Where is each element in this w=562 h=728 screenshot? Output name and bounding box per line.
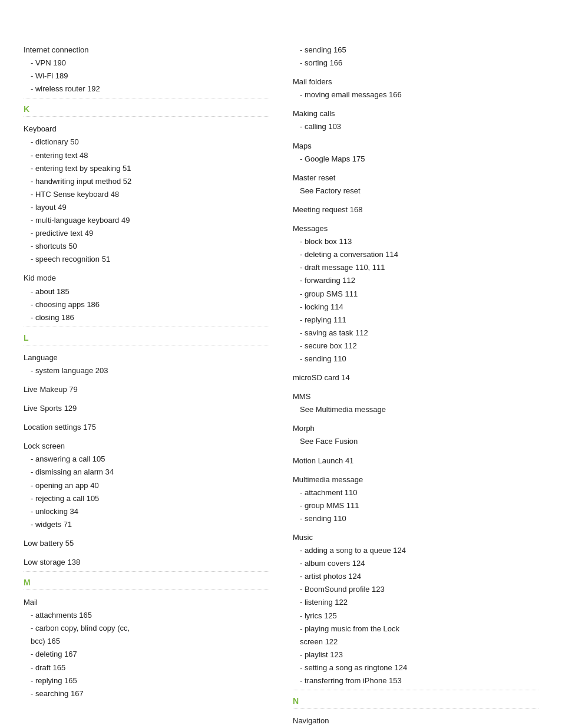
entry-sub-item: - sorting 166 — [293, 57, 538, 70]
index-entry: Language- system language 203 — [24, 351, 269, 377]
entry-sub-item: - Google Maps 175 — [293, 153, 538, 166]
section-divider — [24, 98, 269, 98]
entry-term: Low storage 138 — [24, 556, 269, 569]
entry-term: Motion Launch 41 — [293, 454, 538, 467]
index-entry: Making calls- calling 103 — [293, 107, 538, 133]
entry-term: Live Sports 129 — [24, 402, 269, 415]
entry-sub-item: See Factory reset — [293, 185, 538, 197]
index-entry: Motion Launch 41 — [293, 454, 538, 467]
two-column-layout: Internet connection- VPN 190- Wi-Fi 189-… — [24, 38, 538, 728]
index-entry: Mail- attachments 165- carbon copy, blin… — [24, 596, 269, 700]
section-divider-below — [24, 345, 269, 345]
entry-sub-item: - attachments 165 — [24, 609, 269, 622]
index-entry: Music- adding a song to a queue 124- alb… — [293, 531, 538, 687]
entry-sub-item: - forwarding 112 — [293, 274, 538, 287]
entry-term: Messages — [293, 222, 538, 235]
entry-sub-item: - moving email messages 166 — [293, 88, 538, 101]
entry-term: Live Makeup 79 — [24, 383, 269, 396]
entry-sub-item: - HTC Sense keyboard 48 — [24, 188, 269, 201]
entry-term: Low battery 55 — [24, 537, 269, 550]
entry-term: Keyboard — [24, 123, 269, 136]
entry-sub-item: - speech recognition 51 — [24, 253, 269, 266]
index-entry: Mail folders- moving email messages 166 — [293, 75, 538, 101]
entry-sub-item: - about 185 — [24, 285, 269, 298]
entry-term: Lock screen — [24, 440, 269, 453]
entry-term: Kid mode — [24, 272, 269, 285]
entry-sub-item: - secure box 112 — [293, 340, 538, 353]
entry-sub-item: - system language 203 — [24, 364, 269, 377]
page: Internet connection- VPN 190- Wi-Fi 189-… — [0, 0, 562, 728]
index-entry: microSD card 14 — [293, 371, 538, 384]
entry-sub-item: - widgets 71 — [24, 518, 269, 531]
section-letter-k: K — [24, 104, 269, 114]
entry-sub-item: - searching 167 — [24, 687, 269, 700]
entry-sub-item: - group MMS 111 — [293, 499, 538, 512]
entry-term: Mail folders — [293, 75, 538, 88]
entry-term: Multimedia message — [293, 473, 538, 486]
index-entry: Maps- Google Maps 175 — [293, 140, 538, 166]
entry-sub-item: - transferring from iPhone 153 — [293, 674, 538, 687]
index-entry: Kid mode- about 185- choosing apps 186- … — [24, 272, 269, 324]
entry-sub-item: - playing music from the Lock — [293, 622, 538, 635]
entry-term: Location settings 175 — [24, 421, 269, 434]
entry-sub-item: - draft message 110, 111 — [293, 261, 538, 274]
entry-sub-item: - opening an app 40 — [24, 479, 269, 492]
entry-sub-item: - replying 111 — [293, 314, 538, 327]
entry-term: Meeting request 168 — [293, 203, 538, 216]
index-entry: MMS See Multimedia message — [293, 390, 538, 416]
index-entry: Master reset See Factory reset — [293, 172, 538, 197]
entry-sub-item: bcc) 165 — [24, 635, 269, 648]
section-letter-m: M — [24, 578, 269, 587]
index-entry: Low storage 138 — [24, 556, 269, 569]
entry-term: Navigation — [293, 714, 538, 727]
entry-sub-item: - predictive text 49 — [24, 227, 269, 240]
entry-sub-item: - BoomSound profile 123 — [293, 583, 538, 596]
entry-sub-item: - lyrics 125 — [293, 610, 538, 622]
section-divider — [24, 327, 269, 327]
index-entry: Meeting request 168 — [293, 203, 538, 216]
entry-sub-item: - group SMS 111 — [293, 288, 538, 301]
entry-sub-item: - handwriting input method 52 — [24, 175, 269, 188]
entry-sub-item: - locking 114 — [293, 301, 538, 314]
entry-sub-item: - block box 113 — [293, 235, 538, 248]
entry-sub-item: - unlocking 34 — [24, 505, 269, 518]
index-entry: Low battery 55 — [24, 537, 269, 550]
entry-term: Language — [24, 351, 269, 364]
index-entry: Live Sports 129 — [24, 402, 269, 415]
section-letter-n: N — [293, 696, 538, 706]
entry-term: Mail — [24, 596, 269, 609]
section-divider-below — [293, 708, 538, 709]
entry-term: Morph — [293, 422, 538, 435]
entry-sub-item: - replying 165 — [24, 674, 269, 687]
entry-sub-item: - playlist 123 — [293, 648, 538, 661]
entry-sub-item: - layout 49 — [24, 201, 269, 214]
section-divider — [293, 690, 538, 690]
entry-sub-item: - closing 186 — [24, 311, 269, 324]
entry-sub-item: - adding a song to a queue 124 — [293, 544, 538, 557]
index-entry: Internet connection- VPN 190- Wi-Fi 189-… — [24, 44, 269, 95]
entry-term: Music — [293, 531, 538, 544]
entry-term: Making calls — [293, 107, 538, 120]
entry-sub-item: - dictionary 50 — [24, 136, 269, 149]
entry-sub-item: - sending 110 — [293, 353, 538, 365]
entry-term: microSD card 14 — [293, 371, 538, 384]
entry-sub-item: - artist photos 124 — [293, 570, 538, 583]
entry-sub-item: - multi-language keyboard 49 — [24, 214, 269, 227]
section-divider — [24, 571, 269, 572]
entry-sub-item: - dismissing an alarm 34 — [24, 466, 269, 479]
entry-sub-item: - deleting a conversation 114 — [293, 248, 538, 261]
page-header — [24, 18, 538, 26]
section-divider-below — [24, 116, 269, 117]
entry-sub-item: See Multimedia message — [293, 403, 538, 416]
entry-sub-item: - sending 110 — [293, 512, 538, 525]
section-letter-l: L — [24, 333, 269, 342]
entry-sub-item: - draft 165 — [24, 661, 269, 674]
entry-sub-item: See Face Fusion — [293, 435, 538, 448]
index-entry: Location settings 175 — [24, 421, 269, 434]
index-entry: Keyboard- dictionary 50- entering text 4… — [24, 123, 269, 266]
entry-sub-item: - entering text 48 — [24, 149, 269, 162]
right-column: - sending 165- sorting 166Mail folders- … — [293, 38, 538, 728]
index-entry: Lock screen- answering a call 105- dismi… — [24, 440, 269, 531]
left-column: Internet connection- VPN 190- Wi-Fi 189-… — [24, 38, 269, 728]
entry-sub-item: - listening 122 — [293, 596, 538, 609]
